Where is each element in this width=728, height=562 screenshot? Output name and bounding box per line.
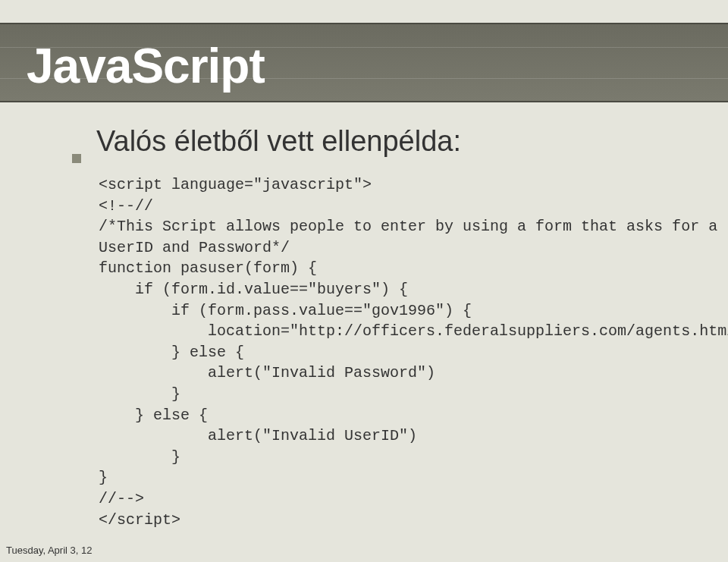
code-line: } xyxy=(99,448,180,466)
code-line: } xyxy=(99,469,108,486)
code-line: /*This Script allows people to enter by … xyxy=(99,218,717,235)
code-line: </script> xyxy=(99,511,180,529)
code-line: <script language="javascript"> xyxy=(99,176,372,193)
slide-title: JavaScript xyxy=(27,38,265,94)
code-line: } else { xyxy=(99,407,208,424)
code-block: <script language="javascript"> <!--// /*… xyxy=(99,174,698,530)
code-line: alert("Invalid UserID") xyxy=(99,427,417,444)
title-bar: JavaScript xyxy=(0,23,728,102)
code-line: alert("Invalid Password") xyxy=(99,364,435,381)
bullet-item: Valós életből vett ellenpélda: xyxy=(72,125,698,158)
code-line: UserID and Password*/ xyxy=(99,239,290,256)
square-bullet-icon xyxy=(72,154,81,163)
footer-date: Tuesday, April 3, 12 xyxy=(6,545,92,556)
content-area: Valós életből vett ellenpélda: <script l… xyxy=(72,125,698,530)
slide: JavaScript Valós életből vett ellenpélda… xyxy=(0,0,728,562)
code-line: if (form.pass.value=="gov1996") { xyxy=(99,302,472,319)
code-line: //--> xyxy=(99,490,144,507)
code-line: location="http://officers.federalsupplie… xyxy=(99,322,728,340)
code-line: <!--// xyxy=(99,197,153,215)
bullet-text: Valós életből vett ellenpélda: xyxy=(96,125,461,158)
code-line: function pasuser(form) { xyxy=(99,259,317,277)
code-line: } else { xyxy=(99,344,244,361)
code-line: } xyxy=(99,385,180,403)
code-line: if (form.id.value=="buyers") { xyxy=(99,281,408,298)
